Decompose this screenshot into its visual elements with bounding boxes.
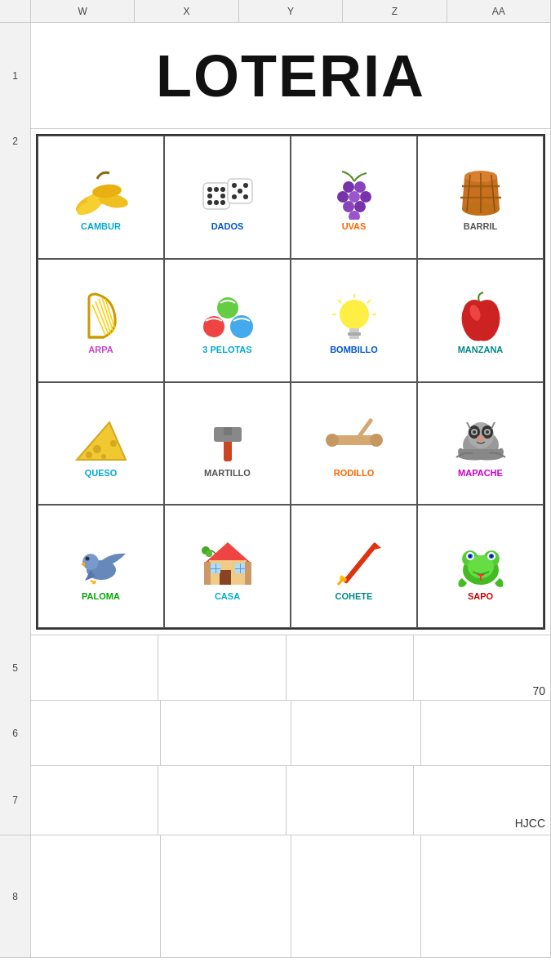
svg-point-75 — [85, 557, 89, 561]
col-w: W — [31, 0, 135, 22]
svg-rect-43 — [348, 332, 361, 336]
title-row: 1 LOTERIA — [0, 23, 551, 129]
card-cell-label-casa: CASA — [215, 591, 240, 601]
card-cell-martillo: MARTILLO — [164, 382, 291, 506]
svg-point-56 — [86, 452, 92, 458]
col-z: Z — [343, 0, 447, 22]
page-title: LOTERIA — [156, 42, 425, 109]
row-5: 5 70 — [0, 635, 551, 701]
col-aa: AA — [447, 0, 551, 22]
svg-point-13 — [220, 200, 225, 205]
card-cell-barril: BARRIL — [417, 136, 544, 259]
svg-point-18 — [232, 194, 237, 199]
card-cell-sapo: SAPO — [417, 505, 544, 628]
svg-rect-60 — [332, 435, 376, 445]
svg-point-21 — [354, 181, 366, 193]
cell-8-aa — [421, 835, 551, 957]
card-cell-3-pelotas: 3 PELOTAS — [164, 259, 291, 382]
svg-point-62 — [370, 434, 383, 447]
svg-point-7 — [214, 187, 219, 192]
card-cell-manzana: MANZANA — [417, 259, 544, 382]
svg-point-53 — [93, 445, 101, 453]
svg-point-17 — [238, 189, 242, 194]
cell-6-x — [31, 701, 161, 766]
card-cell-uvas: UVAS — [291, 136, 417, 259]
row-num-7: 7 — [0, 766, 31, 835]
svg-rect-81 — [220, 570, 231, 585]
row-num-2: 2 — [0, 129, 31, 635]
cell-7-x — [31, 766, 158, 835]
svg-point-9 — [207, 194, 212, 198]
card-cell-label-sapo: SAPO — [468, 591, 493, 601]
svg-point-20 — [343, 181, 354, 193]
svg-point-72 — [477, 435, 485, 442]
svg-rect-42 — [349, 328, 359, 332]
svg-line-35 — [102, 298, 113, 332]
svg-point-106 — [490, 555, 492, 558]
col-x: X — [135, 0, 238, 22]
cell-5-z — [287, 635, 414, 701]
svg-marker-79 — [206, 542, 250, 562]
card-cell-label-bombillo: BOMBILLO — [330, 345, 378, 354]
svg-line-47 — [367, 300, 371, 303]
cell-5-y — [158, 635, 286, 701]
title-cell: LOTERIA — [31, 23, 551, 128]
svg-point-91 — [206, 550, 212, 557]
cell-6-aa — [421, 701, 551, 766]
card-container: CAMBUR DADOS UVAS BARRIL — [31, 129, 551, 635]
main-card-row: 2 CAMBUR DADOS — [0, 129, 551, 635]
svg-point-71 — [486, 430, 489, 434]
svg-point-12 — [214, 200, 219, 205]
svg-point-24 — [360, 191, 371, 203]
card-cell-bombillo: BOMBILLO — [291, 259, 417, 382]
svg-rect-87 — [235, 568, 245, 569]
svg-line-92 — [346, 546, 375, 581]
column-headers: W X Y Z AA — [0, 0, 551, 23]
svg-point-22 — [337, 191, 349, 203]
svg-point-41 — [340, 300, 369, 329]
cell-7-y — [158, 766, 286, 835]
card-cell-label-arpa: ARPA — [88, 345, 113, 354]
svg-point-61 — [326, 434, 339, 447]
card-cell-queso: QUESO — [38, 382, 164, 506]
svg-point-6 — [207, 187, 212, 192]
cell-8-z — [291, 835, 421, 957]
card-cell-label-uvas: UVAS — [342, 221, 367, 231]
svg-rect-85 — [211, 568, 220, 569]
card-cell-label-cambur: CAMBUR — [81, 221, 121, 231]
spreadsheet: W X Y Z AA 1 LOTERIA 2 CAMBUR — [0, 0, 551, 980]
svg-rect-5 — [203, 183, 229, 209]
col-y: Y — [239, 0, 343, 22]
card-cell-rodillo: RODILLO — [291, 382, 417, 506]
row-num-1: 1 — [0, 23, 31, 129]
card-cell-arpa: ARPA — [38, 259, 164, 382]
cell-8-x — [31, 835, 161, 957]
svg-rect-59 — [224, 427, 232, 435]
card-cell-label-martillo: MARTILLO — [204, 468, 251, 478]
row-7: 7 HJCC — [0, 766, 551, 835]
svg-point-105 — [469, 555, 471, 558]
card-cell-dados: DADOS — [164, 136, 291, 259]
card-cell-label-rodillo: RODILLO — [334, 468, 375, 478]
row-6: 6 — [0, 701, 551, 766]
svg-point-15 — [232, 183, 237, 188]
svg-point-11 — [207, 200, 212, 205]
svg-point-54 — [110, 440, 117, 447]
card-cell-label-mapache: MAPACHE — [458, 468, 503, 478]
card-cell-label-queso: QUESO — [85, 468, 118, 478]
row-num-8: 8 — [0, 835, 31, 957]
svg-rect-88 — [204, 562, 211, 585]
card-cell-label-manzana: MANZANA — [458, 345, 504, 354]
svg-point-70 — [473, 430, 476, 434]
cell-7-z — [287, 766, 414, 835]
cell-7-aa: HJCC — [414, 766, 551, 835]
card-cell-cohete: COHETE — [291, 505, 417, 628]
card-cell-casa: CASA — [164, 505, 291, 628]
svg-point-10 — [220, 194, 225, 198]
cell-5-aa: 70 — [414, 635, 551, 701]
card-cell-paloma: PALOMA — [38, 505, 164, 628]
svg-point-26 — [354, 201, 366, 212]
svg-line-63 — [360, 421, 371, 435]
card-cell-mapache: MAPACHE — [417, 382, 544, 506]
card-cell-cambur: CAMBUR — [38, 136, 164, 259]
